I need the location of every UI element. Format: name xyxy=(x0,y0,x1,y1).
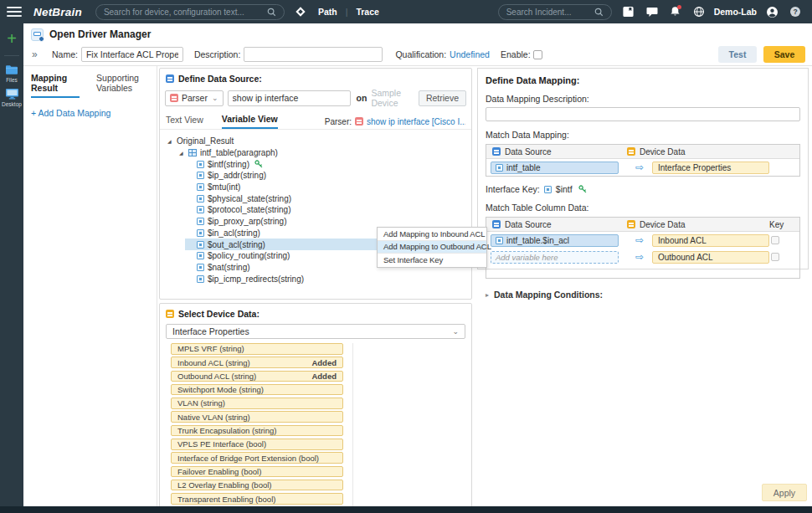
variable-icon xyxy=(197,183,204,191)
device-property-item[interactable]: Switchport Mode (string) Added xyxy=(171,384,343,396)
enable-checkbox[interactable] xyxy=(533,50,542,59)
key-checkbox[interactable] xyxy=(771,236,779,244)
tab-variable-view[interactable]: Variable View xyxy=(222,114,278,129)
parser-command-input[interactable] xyxy=(228,90,351,106)
device-property-item[interactable]: Transparent Enabling (bool) Added xyxy=(171,493,343,505)
device-cell[interactable]: Outbound ACL xyxy=(652,251,769,264)
device-data-dropdown-value: Interface Properties xyxy=(172,326,249,336)
journal-icon[interactable] xyxy=(620,3,637,20)
define-data-source-label: Define Data Source: xyxy=(178,74,262,84)
data-mapping-conditions-toggle[interactable]: ▸ Data Mapping Conditions: xyxy=(486,290,800,300)
svg-text:?: ? xyxy=(793,8,797,16)
device-property-label: VPLS PE Interface (bool) xyxy=(177,439,266,449)
added-badge: Added xyxy=(311,358,337,367)
device-property-item[interactable]: VPLS PE Interface (bool) Added xyxy=(171,439,343,450)
variable-icon xyxy=(197,252,204,259)
device-property-label: Outbound ACL (string) xyxy=(177,372,256,381)
mapping-description-input[interactable] xyxy=(486,107,800,121)
path-label[interactable]: Path xyxy=(318,7,337,17)
data-mapping-column: Define Data Mapping: Data Mapping Descri… xyxy=(474,66,812,506)
device-search-input[interactable]: Search for device, configuration text... xyxy=(95,4,285,20)
data-source-icon xyxy=(492,220,501,228)
tree-variable-row[interactable]: $ip_proxy_arp(string) ⌄ xyxy=(185,216,468,228)
tab-mapping-result[interactable]: Mapping Result xyxy=(31,73,80,98)
bell-icon[interactable] xyxy=(667,3,684,20)
tree-variable-row[interactable]: $protocol_state(string) ⌄ xyxy=(185,204,468,216)
collapse-panel-button[interactable]: » xyxy=(32,49,45,60)
expander-icon[interactable]: ◢ xyxy=(179,150,185,156)
description-input[interactable] xyxy=(244,47,383,62)
device-cell[interactable]: Inbound ACL xyxy=(652,234,769,247)
device-property-item[interactable]: Interface of Bridge Port Extension (bool… xyxy=(171,452,343,464)
files-icon[interactable] xyxy=(5,64,18,75)
globe-icon[interactable] xyxy=(691,3,707,20)
device-property-item[interactable]: VLAN (string) Added xyxy=(171,398,343,409)
test-button[interactable]: Test xyxy=(718,46,757,63)
chevron-down-icon: ⌄ xyxy=(452,327,459,336)
incident-search-input[interactable]: Search Incident... xyxy=(498,4,612,20)
device-property-list: MPLS VRF (string) Added Inbound ACL (str… xyxy=(171,343,353,506)
tab-supporting-variables[interactable]: Supporting Variables xyxy=(96,73,157,98)
tree-variable-row[interactable]: $mtu(int) ⌄ xyxy=(185,182,468,193)
trace-label[interactable]: Trace xyxy=(356,7,378,17)
topbar-separator: | xyxy=(346,7,348,17)
parser-link-value[interactable]: show ip interface [Cisco I... xyxy=(367,117,465,126)
variable-label: $policy_routing(string) xyxy=(208,251,290,260)
driver-manager-window: Open Driver Manager » Name: Description:… xyxy=(23,23,812,506)
tree-table-label: intf_table(paragraph) xyxy=(200,148,278,157)
device-property-label: Native VLAN (string) xyxy=(177,413,250,422)
apply-button[interactable]: Apply xyxy=(762,484,807,501)
triangle-right-icon: ▸ xyxy=(486,291,489,299)
conditions-label: Data Mapping Conditions: xyxy=(494,290,603,300)
variable-icon xyxy=(197,241,204,249)
device-data-dropdown[interactable]: Interface Properties ⌄ xyxy=(166,324,465,339)
netbrain-logo: NetBrain xyxy=(33,6,82,18)
context-menu-item[interactable]: Add Mapping to Outbound ACL xyxy=(378,241,486,254)
save-button[interactable]: Save xyxy=(763,46,805,63)
hamburger-menu-icon[interactable] xyxy=(7,7,22,17)
device-property-item[interactable]: Outbound ACL (string) Added xyxy=(171,371,343,382)
expander-icon[interactable]: ◢ xyxy=(167,138,173,144)
rail-divider xyxy=(4,55,19,56)
user-avatar-icon[interactable] xyxy=(763,3,780,20)
qualification-value-link[interactable]: Undefined xyxy=(450,49,490,59)
device-property-label: Switchport Mode (string) xyxy=(177,385,264,394)
device-property-item[interactable]: Failover Enabling (bool) Added xyxy=(171,466,343,478)
tree-variable-row[interactable]: $ip_icmp_redirects(string) ⌄ xyxy=(185,273,468,285)
device-property-item[interactable]: MPLS VRF (string) Added xyxy=(171,343,343,355)
variable-icon xyxy=(197,206,204,213)
search-icon xyxy=(594,8,604,17)
context-menu-item[interactable]: Add Mapping to Inbound ACL xyxy=(378,228,486,241)
desktop-icon[interactable] xyxy=(5,88,19,100)
device-property-item[interactable]: Trunk Encapsulation (string) Added xyxy=(171,425,343,437)
chat-icon[interactable] xyxy=(644,3,660,20)
name-input[interactable] xyxy=(81,47,183,62)
tree-table-row[interactable]: ◢ intf_table(paragraph) xyxy=(179,147,468,159)
device-property-item[interactable]: Native VLAN (string) Added xyxy=(171,411,343,423)
add-variable-placeholder[interactable]: Add variable here xyxy=(491,251,619,264)
context-menu-item[interactable]: Set Interface Key xyxy=(378,254,486,267)
variable-label: $physical_state(string) xyxy=(208,194,291,203)
variable-label: $ip_proxy_arp(string) xyxy=(208,217,287,226)
retrieve-button[interactable]: Retrieve xyxy=(419,90,466,106)
key-checkbox[interactable] xyxy=(771,253,779,261)
add-new-icon[interactable]: + xyxy=(7,30,17,47)
path-icon[interactable] xyxy=(293,3,310,20)
variable-label: $intf(string) xyxy=(208,160,249,169)
tree-variable-row[interactable]: $intf(string) ⌄ xyxy=(185,158,468,170)
tenant-label[interactable]: Demo-Lab xyxy=(714,7,757,17)
tree-variable-row[interactable]: $physical_state(string) ⌄ xyxy=(185,192,468,204)
add-data-mapping-link[interactable]: + Add Data Mapping xyxy=(31,108,157,118)
device-cell[interactable]: Interface Properties xyxy=(652,162,769,174)
sample-device-placeholder[interactable]: Sample Device xyxy=(371,88,418,108)
tab-text-view[interactable]: Text View xyxy=(166,115,203,128)
tree-variable-row[interactable]: $ip_addr(string) ⌄ xyxy=(185,170,468,182)
source-cell[interactable]: intf_table.$in_acl xyxy=(491,234,619,247)
header-device-data: Device Data xyxy=(640,147,685,156)
device-property-item[interactable]: L2 Overlay Enabling (bool) Added xyxy=(171,480,343,491)
device-property-item[interactable]: Inbound ACL (string) Added xyxy=(171,357,343,368)
source-cell[interactable]: intf_table xyxy=(491,162,619,174)
tree-root-row[interactable]: ◢ Original_Result xyxy=(167,136,468,147)
help-icon[interactable]: ? xyxy=(787,3,804,20)
parser-type-select[interactable]: Parser ⌄ xyxy=(165,90,224,106)
